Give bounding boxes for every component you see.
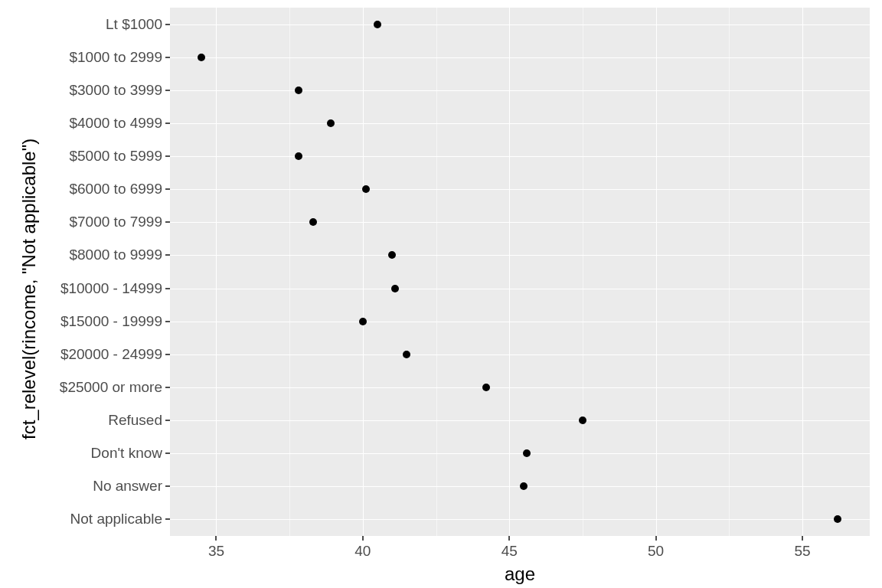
x-tick-label: 55 bbox=[794, 543, 810, 560]
x-tick-mark bbox=[362, 536, 364, 541]
gridline-h bbox=[170, 57, 870, 58]
gridline-h bbox=[170, 156, 870, 157]
y-tick-label: Don't know bbox=[91, 445, 162, 462]
gridline-h bbox=[170, 453, 870, 454]
y-tick-mark bbox=[165, 354, 170, 355]
gridline-h bbox=[170, 322, 870, 322]
x-tick-label: 35 bbox=[208, 543, 224, 560]
data-point bbox=[391, 285, 399, 292]
gridline-v-minor bbox=[436, 8, 437, 536]
x-tick-label: 40 bbox=[354, 543, 371, 560]
x-tick-label: 50 bbox=[648, 543, 664, 560]
y-tick-label: $25000 or more bbox=[60, 379, 162, 396]
gridline-h bbox=[170, 519, 870, 520]
data-point bbox=[359, 318, 367, 325]
y-tick-label: Not applicable bbox=[70, 511, 162, 528]
y-tick-mark bbox=[165, 221, 170, 223]
y-tick-label: $15000 - 19999 bbox=[60, 313, 162, 330]
data-point bbox=[309, 218, 317, 226]
y-tick-label: $6000 to 6999 bbox=[69, 181, 162, 198]
y-tick-mark bbox=[165, 518, 170, 520]
gridline-h bbox=[170, 289, 870, 289]
data-point bbox=[523, 449, 531, 457]
y-tick-label: $1000 to 2999 bbox=[69, 49, 162, 66]
data-point bbox=[520, 482, 528, 490]
gridline-v bbox=[656, 8, 657, 536]
y-tick-label: $7000 to 7999 bbox=[69, 214, 162, 230]
gridline-v bbox=[802, 8, 803, 536]
data-point bbox=[374, 21, 381, 28]
gridline-h bbox=[170, 354, 870, 355]
gridline-v-minor bbox=[583, 8, 583, 536]
y-tick-mark bbox=[165, 188, 170, 190]
gridline-h bbox=[170, 387, 870, 388]
y-tick-label: No answer bbox=[93, 478, 162, 495]
data-point bbox=[579, 416, 586, 424]
x-tick-label: 45 bbox=[501, 543, 518, 560]
y-tick-label: $20000 - 24999 bbox=[60, 346, 162, 363]
data-point bbox=[403, 351, 410, 358]
gridline-v bbox=[509, 8, 510, 536]
y-tick-label: $4000 to 4999 bbox=[69, 115, 162, 132]
data-point bbox=[482, 384, 490, 391]
y-tick-mark bbox=[165, 155, 170, 157]
data-point bbox=[362, 185, 370, 193]
y-tick-mark bbox=[165, 57, 170, 58]
y-tick-mark bbox=[165, 452, 170, 454]
chart-root: age fct_relevel(rincome, "Not applicable… bbox=[0, 0, 882, 588]
y-tick-mark bbox=[165, 288, 170, 289]
x-tick-mark bbox=[802, 536, 803, 541]
gridline-h bbox=[170, 255, 870, 256]
gridline-v-minor bbox=[289, 8, 290, 536]
gridline-v-minor bbox=[729, 8, 730, 536]
plot-panel bbox=[170, 8, 870, 536]
gridline-h bbox=[170, 90, 870, 91]
data-point bbox=[388, 251, 396, 259]
gridline-h bbox=[170, 123, 870, 124]
y-tick-mark bbox=[165, 122, 170, 124]
y-tick-label: $5000 to 5999 bbox=[69, 148, 162, 165]
x-tick-mark bbox=[655, 536, 657, 541]
x-tick-mark bbox=[215, 536, 217, 541]
x-axis-title: age bbox=[505, 564, 535, 585]
x-tick-mark bbox=[508, 536, 510, 541]
data-point bbox=[295, 87, 302, 94]
y-tick-mark bbox=[165, 321, 170, 322]
y-tick-mark bbox=[165, 485, 170, 487]
data-point bbox=[198, 54, 205, 61]
gridline-h bbox=[170, 222, 870, 223]
gridline-h bbox=[170, 24, 870, 25]
gridline-v bbox=[363, 8, 364, 536]
y-tick-mark bbox=[165, 387, 170, 388]
y-tick-mark bbox=[165, 90, 170, 91]
data-point bbox=[295, 152, 302, 160]
y-tick-mark bbox=[165, 254, 170, 256]
y-tick-mark bbox=[165, 420, 170, 421]
y-axis-title: fct_relevel(rincome, "Not applicable") bbox=[18, 138, 40, 439]
y-tick-mark bbox=[165, 24, 170, 25]
gridline-h bbox=[170, 420, 870, 421]
y-tick-label: $3000 to 3999 bbox=[69, 82, 162, 99]
data-point bbox=[327, 119, 335, 127]
data-point bbox=[834, 515, 841, 523]
y-tick-label: $10000 - 14999 bbox=[60, 280, 162, 297]
gridline-h bbox=[170, 189, 870, 190]
y-tick-label: $8000 to 9999 bbox=[69, 247, 162, 263]
y-tick-label: Refused bbox=[108, 412, 162, 429]
gridline-v bbox=[216, 8, 217, 536]
y-tick-label: Lt $1000 bbox=[106, 16, 162, 33]
